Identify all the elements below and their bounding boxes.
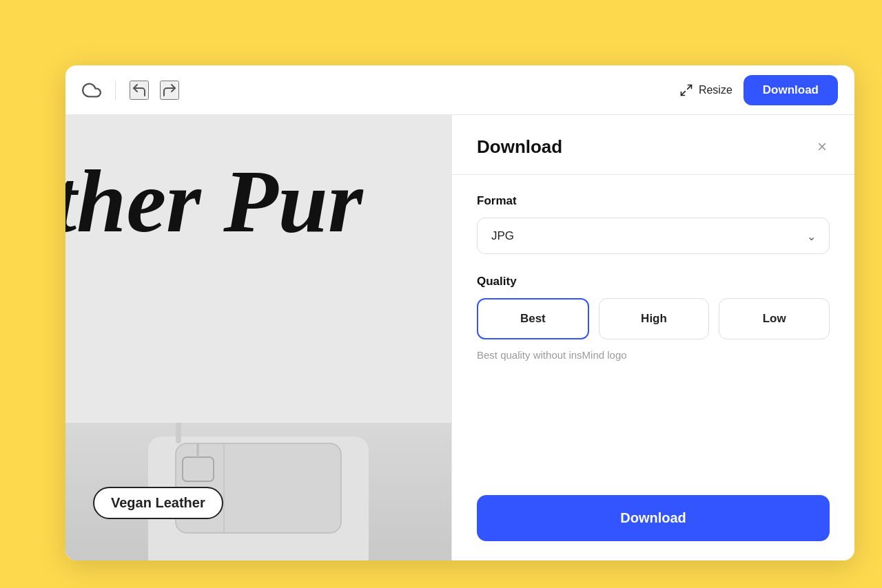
quality-hint: Best quality without insMind logo xyxy=(477,349,830,361)
format-label: Format xyxy=(477,194,830,208)
download-main-button[interactable]: Download xyxy=(477,495,830,541)
format-section: Format JPG PNG PDF SVG ⌄ xyxy=(477,194,830,254)
undo-button[interactable] xyxy=(130,81,149,100)
panel-header: Download × xyxy=(452,115,854,175)
close-button[interactable]: × xyxy=(814,136,830,158)
panel-body: Format JPG PNG PDF SVG ⌄ Quality xyxy=(452,175,854,481)
format-select-wrapper: JPG PNG PDF SVG ⌄ xyxy=(477,218,830,254)
panel-title: Download xyxy=(477,136,562,158)
resize-label: Resize xyxy=(699,84,732,96)
cloud-icon[interactable] xyxy=(82,81,101,100)
toolbar: Resize Download xyxy=(65,65,854,115)
main-container: Resize Download ther Pur xyxy=(65,65,854,560)
panel-footer: Download xyxy=(452,481,854,560)
vegan-label: Vegan Leather xyxy=(93,487,223,519)
canvas-text: ther Pur xyxy=(65,156,363,246)
canvas-area: ther Pur Vegan Leather xyxy=(65,115,451,560)
quality-best-button[interactable]: Best xyxy=(477,298,589,339)
download-header-button[interactable]: Download xyxy=(743,75,838,105)
quality-high-button[interactable]: High xyxy=(599,298,710,339)
quality-label: Quality xyxy=(477,275,830,288)
quality-section: Quality Best High Low Best quality witho… xyxy=(477,275,830,361)
toolbar-divider xyxy=(115,81,116,100)
resize-button[interactable]: Resize xyxy=(679,83,732,97)
quality-options: Best High Low xyxy=(477,298,830,339)
content-area: ther Pur Vegan Leather xyxy=(65,115,854,560)
download-panel: Download × Format JPG PNG PDF SVG ⌄ xyxy=(451,115,854,560)
redo-button[interactable] xyxy=(160,81,179,100)
svg-line-1 xyxy=(681,91,685,95)
format-select[interactable]: JPG PNG PDF SVG xyxy=(477,218,830,254)
toolbar-right: Resize Download xyxy=(679,75,838,105)
quality-low-button[interactable]: Low xyxy=(719,298,830,339)
svg-line-0 xyxy=(688,85,692,89)
toolbar-left xyxy=(82,81,179,100)
